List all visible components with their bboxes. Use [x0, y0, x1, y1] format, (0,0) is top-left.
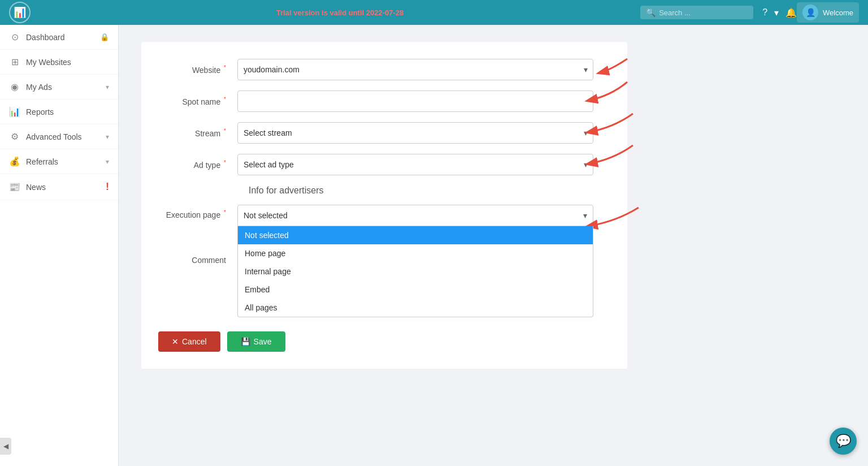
logo-icon: 📊 [14, 6, 26, 19]
search-input[interactable] [659, 8, 749, 17]
my-websites-icon: ⊞ [9, 57, 20, 67]
save-label: Save [254, 337, 272, 346]
welcome-text: Welcome [823, 8, 853, 17]
lock-icon: 🔒 [100, 33, 109, 41]
sidebar-item-my-websites[interactable]: ⊞ My Websites [0, 50, 118, 75]
execution-option-internal-page[interactable]: Internal page [238, 262, 593, 281]
logo[interactable]: 📊 [9, 2, 31, 23]
execution-page-required: * [224, 209, 226, 215]
arrow-execution-page [582, 205, 661, 244]
spot-name-input[interactable]: Spot1 [237, 90, 593, 112]
execution-page-value: Not selected [244, 211, 288, 220]
sidebar-label-my-ads: My Ads [26, 83, 106, 92]
spot-name-required: * [224, 96, 226, 102]
sidebar-label-referrals: Referrals [26, 157, 106, 166]
news-badge: ! [106, 181, 109, 193]
cancel-button[interactable]: ✕ Cancel [158, 331, 220, 352]
ad-type-select-wrapper: Select ad type [237, 154, 593, 175]
stream-required: * [224, 128, 226, 134]
execution-option-not-selected[interactable]: Not selected [238, 226, 593, 244]
x-icon: ✕ [172, 337, 179, 346]
cancel-label: Cancel [182, 337, 207, 346]
my-ads-icon: ◉ [9, 81, 20, 92]
avatar: 👤 [802, 5, 818, 20]
sidebar: ⊙ Dashboard 🔒 ⊞ My Websites ◉ My Ads ▾ 📊… [0, 25, 119, 466]
info-section-title: Info for advertisers [158, 185, 593, 196]
main-content: Website * youdomain.com Spot name [119, 25, 868, 466]
header-icons: ? ▾ 🔔 [762, 7, 797, 18]
execution-page-display[interactable]: Not selected [237, 205, 593, 226]
bell-icon[interactable]: 🔔 [785, 7, 797, 18]
stream-label: Stream * [158, 128, 237, 138]
execution-option-embed[interactable]: Embed [238, 281, 593, 299]
save-icon: 💾 [241, 337, 250, 346]
save-button[interactable]: 💾 Save [227, 331, 285, 352]
spot-name-row: Spot name * Spot1 [158, 90, 593, 112]
user-menu[interactable]: 👤 Welcome [797, 2, 859, 23]
layout: ⊙ Dashboard 🔒 ⊞ My Websites ◉ My Ads ▾ 📊… [0, 0, 868, 466]
chevron-icon-referrals: ▾ [106, 158, 109, 166]
header: 📊 Trial version is valid until 2022-07-2… [0, 0, 868, 25]
button-row: ✕ Cancel 💾 Save [158, 331, 593, 352]
sidebar-label-news: News [26, 183, 103, 192]
sidebar-item-advanced-tools[interactable]: ⚙ Advanced Tools ▾ [0, 124, 118, 149]
search-box: 🔍 [640, 6, 753, 19]
advanced-tools-icon: ⚙ [9, 131, 20, 142]
sidebar-toggle[interactable]: ◀ [0, 438, 11, 455]
sidebar-label-dashboard: Dashboard [26, 33, 98, 42]
execution-page-label: Execution page * [158, 205, 237, 219]
execution-option-home-page[interactable]: Home page [238, 244, 593, 262]
sidebar-item-reports[interactable]: 📊 Reports [0, 100, 118, 124]
website-select[interactable]: youdomain.com [237, 59, 593, 80]
trial-text: Trial version is valid until [276, 8, 366, 17]
chevron-down-icon[interactable]: ▾ [774, 7, 779, 18]
chat-icon: 💬 [836, 434, 851, 448]
ad-type-label: Ad type * [158, 159, 237, 170]
comment-label: Comment [158, 256, 237, 265]
execution-dropdown: Not selected Home page Internal page Emb… [237, 226, 593, 317]
execution-page-row: Execution page * Not selected Not select… [158, 205, 593, 226]
help-icon[interactable]: ? [762, 7, 767, 18]
ad-type-required: * [224, 159, 226, 166]
arrow-stream [582, 111, 661, 150]
website-required: * [224, 64, 226, 71]
chevron-icon-advanced-tools: ▾ [106, 133, 109, 141]
stream-select[interactable]: Select stream [237, 122, 593, 144]
arrow-website [593, 53, 661, 87]
stream-row: Stream * Select stream [158, 122, 593, 144]
news-icon: 📰 [9, 182, 20, 192]
search-icon: 🔍 [646, 8, 656, 17]
stream-select-wrapper: Select stream [237, 122, 593, 144]
referrals-icon: 💰 [9, 156, 20, 167]
sidebar-label-advanced-tools: Advanced Tools [26, 132, 106, 141]
sidebar-item-referrals[interactable]: 💰 Referrals ▾ [0, 149, 118, 174]
dashboard-icon: ⊙ [9, 32, 20, 42]
website-select-wrapper: youdomain.com [237, 59, 593, 80]
arrow-ad-type [582, 143, 661, 182]
ad-type-select[interactable]: Select ad type [237, 154, 593, 175]
form-section: Website * youdomain.com Spot name [141, 42, 627, 369]
sidebar-item-dashboard[interactable]: ⊙ Dashboard 🔒 [0, 25, 118, 50]
reports-icon: 📊 [9, 106, 20, 117]
website-row: Website * youdomain.com [158, 59, 593, 80]
trial-date: 2022-07-28 [366, 8, 404, 17]
chevron-icon-my-ads: ▾ [106, 83, 109, 91]
arrow-spot-name [582, 79, 661, 119]
spot-name-label: Spot name * [158, 96, 237, 106]
trial-notice: Trial version is valid until 2022-07-28 [40, 8, 640, 17]
execution-option-all-pages[interactable]: All pages [238, 299, 593, 317]
sidebar-item-news[interactable]: 📰 News ! [0, 174, 118, 200]
ad-type-row: Ad type * Select ad type [158, 154, 593, 175]
sidebar-item-my-ads[interactable]: ◉ My Ads ▾ [0, 75, 118, 100]
execution-page-wrapper: Not selected Not selected Home page Inte… [237, 205, 593, 226]
chat-widget[interactable]: 💬 [830, 428, 857, 455]
website-label: Website * [158, 64, 237, 75]
sidebar-label-reports: Reports [26, 107, 109, 116]
sidebar-label-my-websites: My Websites [26, 58, 109, 67]
